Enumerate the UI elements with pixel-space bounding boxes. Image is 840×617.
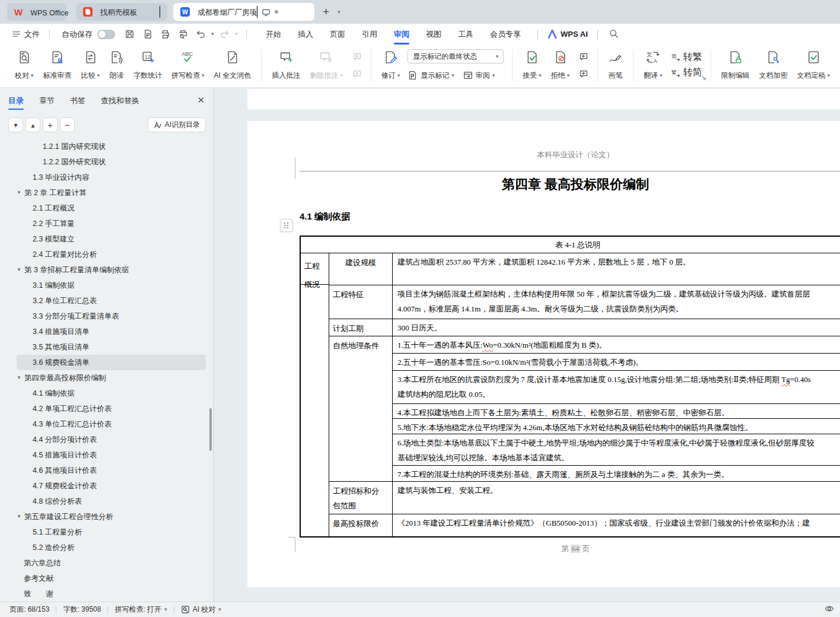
menu-item[interactable]: 插入 [289,26,322,43]
menu-item[interactable]: 工具 [450,26,482,43]
toc-item[interactable]: 4.5 措施项目计价表 [17,447,206,463]
ai-recognize-toc-button[interactable]: AI识别目录 [148,117,206,132]
document-area[interactable]: 本科毕业设计（论文） 第四章 最高投标限价编制 4.1 编制依据 表 4-1 总… [214,88,840,602]
toc-item[interactable]: 参考文献 [17,571,206,586]
toc-item[interactable]: 2.4 工程量对比分析 [17,247,206,262]
compare-button[interactable]: 比较▾ [77,47,104,84]
menu-item[interactable]: 页面 [322,26,354,43]
toc-item[interactable]: ▼第 2 章 工程量计算 [17,185,206,201]
pen-button[interactable]: 画笔 [604,47,627,84]
toc-item[interactable]: 2.2 手工算量 [17,216,206,231]
delete-comment-button[interactable]: 删除批注▾ [306,47,347,84]
to-simplified-button[interactable]: 繁转简 [670,66,702,79]
toc-item[interactable]: 5.1 工程量分析 [17,524,206,540]
translate-button[interactable]: 文A 翻译▾ [639,47,667,84]
export-pdf-button[interactable] [140,27,154,42]
sidebar-tab-find-replace[interactable]: 查找和替换 [101,88,139,113]
review-pane-button[interactable]: 审阅▾ [463,70,495,81]
toc-item[interactable]: 4.3 单位工程汇总计价表 [17,416,206,432]
new-tab-button[interactable]: + [323,5,329,18]
collapse-arrow-icon[interactable]: ▼ [17,185,24,201]
toc-item[interactable]: 5.2 造价分析 [17,540,206,555]
print-preview-button[interactable] [176,27,190,42]
save-button[interactable] [122,27,136,42]
collapse-all-button[interactable]: ▴ [26,117,40,132]
next-change-button[interactable] [577,68,589,80]
toc-item[interactable]: 3.3 分部分项工程量清单表 [17,308,206,324]
show-markup-button[interactable]: 显示标记▾ [408,70,454,81]
toc-item[interactable]: 致 谢 [17,586,206,602]
toc-item[interactable]: 第六章总结 [17,555,206,571]
toc-item[interactable]: 2.3 模型建立 [17,231,206,247]
print-button[interactable] [158,27,172,42]
collapse-arrow-icon[interactable]: ▼ [17,509,24,524]
paragraph-drag-handle[interactable] [280,219,293,232]
eye-protection-icon[interactable] [825,604,834,615]
track-changes-button[interactable]: 修订▾ [377,47,405,84]
menu-item[interactable]: 会员专享 [482,26,529,43]
group-expand-icon[interactable] [701,73,707,84]
standard-review-button[interactable]: 标准审查 [39,47,76,84]
toc-item[interactable]: 4.1 编制依据 [17,386,206,401]
proofread-button[interactable]: 校对▾ [11,47,38,84]
toc-item[interactable]: 1.3 毕业设计内容 [17,170,206,185]
to-traditional-button[interactable]: 简转繁 [670,51,702,63]
word-count-button[interactable]: 12 字数统计 [129,47,166,84]
restrict-editing-button[interactable]: 限制编辑 [717,47,753,84]
status-ai-proofread[interactable]: AI 校对▾ [181,605,221,615]
toc-item[interactable]: ▼第 3 章招标工程量清单编制依据 [17,262,206,278]
menu-item[interactable]: 审阅 [386,26,418,43]
toc-item[interactable]: 3.6 规费税金清单 [17,355,206,370]
wps-ai-button[interactable]: WPS AI [548,30,588,39]
sidebar-close-icon[interactable]: ✕ [197,95,205,106]
toc-item[interactable]: ▼第四章最高投标限价编制 [17,370,206,386]
read-aloud-button[interactable]: 朗读 [105,47,128,84]
toc-item[interactable]: 4.8 综价分析表 [17,494,206,509]
spell-check-button[interactable]: ABC 拼写检查▾ [167,47,209,84]
zoom-out-level-button[interactable]: − [60,117,75,132]
toc-item[interactable]: 3.5 其他项目清单 [17,339,206,355]
menu-item[interactable]: 开始 [257,26,289,43]
toc-item[interactable]: 2.1 工程概况 [17,201,206,216]
quick-toolbar-chevron-icon[interactable]: ▾ [236,31,238,37]
sidebar-tab-toc[interactable]: 目录 [8,88,24,113]
sidebar-tab-bookmarks[interactable]: 书签 [70,88,85,113]
expand-all-button[interactable]: ▾ [8,117,23,132]
file-menu-button[interactable]: 文件 [12,29,40,40]
accept-button[interactable]: 接受▾ [518,47,546,84]
toc-item[interactable]: 1.2.2 国外研究现状 [17,154,206,170]
menu-item[interactable]: 引用 [354,26,386,43]
status-spell-check[interactable]: 拼写检查: 打开▾ [114,605,167,615]
markup-state-select[interactable]: 显示标记的最终状态▾ [408,49,504,63]
collapse-arrow-icon[interactable]: ▼ [17,262,24,278]
toc-item[interactable]: 4.7 规费税金计价表 [17,478,206,494]
tab-docer-templates[interactable]: 找稻壳模板 [76,3,167,21]
toc-item[interactable]: 4.2 单项工程汇总计价表 [17,401,206,416]
tab-document[interactable]: W 成都卷烟厂厂房项目招标工程 [173,3,314,21]
sidebar-tab-chapters[interactable]: 章节 [39,88,55,113]
insert-comment-button[interactable]: 插入批注 [268,47,304,84]
toc-item[interactable]: 1.2.1 国内研究现状 [17,142,206,154]
reject-button[interactable]: 拒绝▾ [547,47,574,84]
redo-button[interactable] [218,27,232,42]
toc-item[interactable]: 3.2 单位工程汇总表 [17,293,206,308]
tab-list-chevron-icon[interactable]: ▾ [338,9,341,15]
toc-item[interactable]: ▼第五章建设工程合理性分析 [17,509,206,524]
sidebar-scrollbar[interactable] [209,408,212,451]
toc-item[interactable]: 3.4 措施项目清单 [17,324,206,339]
zoom-in-level-button[interactable]: + [43,117,58,132]
encrypt-button[interactable]: 文档加密 [755,47,791,84]
toc-item[interactable]: 4.4 分部分项计价表 [17,432,206,447]
tab-wps-office[interactable]: W WPS Office [7,3,66,21]
document-page[interactable]: 本科毕业设计（论文） 第四章 最高投标限价编制 4.1 编制依据 表 4-1 总… [247,121,840,587]
undo-dropdown-chevron-icon[interactable]: ▾ [211,31,214,37]
previous-comment-button[interactable] [351,51,362,63]
menu-item[interactable]: 视图 [418,26,450,43]
finalize-button[interactable]: 文档定稿▾ [793,47,834,84]
search-button[interactable] [609,28,619,40]
next-comment-button[interactable] [351,68,362,80]
toc-item[interactable]: 4.6 其他项目计价表 [17,463,206,478]
toc-item[interactable]: 3.1 编制依据 [17,278,206,293]
ai-polish-button[interactable]: AI 全文润色 [210,47,256,84]
autosave-toggle[interactable] [97,30,115,39]
